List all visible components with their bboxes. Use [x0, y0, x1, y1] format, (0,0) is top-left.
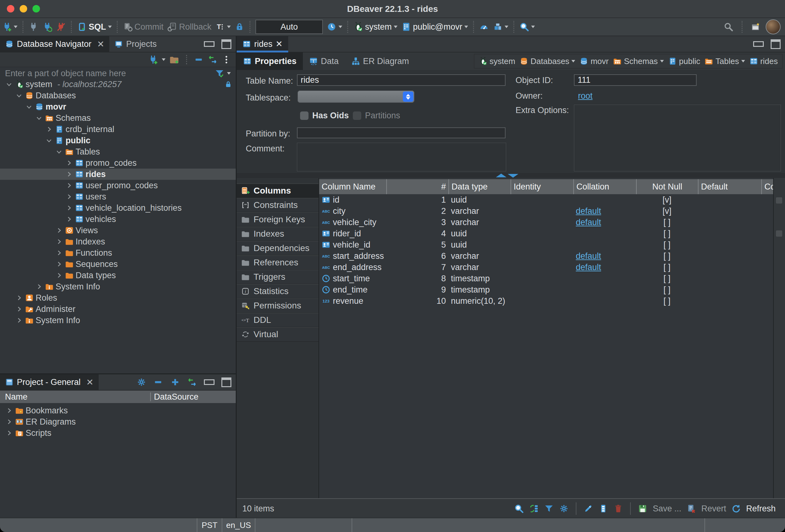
- project-item-er-diagrams[interactable]: ER Diagrams: [0, 416, 236, 427]
- status-timezone[interactable]: PST: [197, 518, 222, 532]
- column-row-rider_id[interactable]: rider_id4uuid[ ]: [319, 228, 774, 239]
- new-folder-icon[interactable]: [169, 55, 179, 65]
- chevron-right-icon[interactable]: [5, 429, 13, 437]
- dashboard-button[interactable]: [477, 22, 491, 32]
- breadcrumb-databases[interactable]: Databases: [520, 56, 575, 66]
- tab-projects[interactable]: Projects: [109, 36, 162, 52]
- chevron-right-icon[interactable]: [55, 249, 63, 257]
- quick-search-icon[interactable]: [724, 22, 733, 32]
- tree-item-databases[interactable]: Databases: [0, 90, 236, 101]
- expand-all-icon[interactable]: [170, 377, 180, 387]
- column-row-id[interactable]: id1uuid[v]: [319, 194, 774, 205]
- breadcrumb-tables[interactable]: Tables: [704, 56, 745, 66]
- column-row-revenue[interactable]: 123revenue10numeric(10, 2)[ ]: [319, 295, 774, 307]
- editor-tab-rides[interactable]: rides ✕: [237, 36, 288, 52]
- collation-link[interactable]: default: [576, 251, 601, 261]
- grid-search-icon[interactable]: [514, 504, 524, 513]
- tree-item-roles[interactable]: Roles: [0, 292, 236, 303]
- edit-icon[interactable]: [583, 504, 593, 513]
- chevron-right-icon[interactable]: [15, 316, 23, 324]
- chevron-right-icon[interactable]: [55, 271, 63, 279]
- chevron-right-icon[interactable]: [65, 159, 73, 167]
- maximize-panel-icon[interactable]: [221, 39, 231, 49]
- collapse-all-icon[interactable]: [153, 377, 163, 387]
- reconnect-button[interactable]: [40, 22, 54, 32]
- transaction-lock-button[interactable]: [233, 22, 246, 32]
- new-connection-button[interactable]: [0, 22, 19, 32]
- column-row-end_time[interactable]: end_time9timestamp[ ]: [319, 284, 774, 295]
- comment-field[interactable]: [297, 143, 506, 171]
- tree-item-sequences[interactable]: Sequences: [0, 258, 236, 270]
- column-row-vehicle_city[interactable]: ABCvehicle_city3varchardefault[ ]: [319, 217, 774, 228]
- connect-button[interactable]: [27, 22, 40, 32]
- save-button[interactable]: Save ...: [653, 504, 681, 513]
- column-row-city[interactable]: ABCcity2varchardefault[v]: [319, 205, 774, 217]
- grid-header-column-name[interactable]: Column Name: [319, 179, 386, 194]
- tree-item-vehicles[interactable]: vehicles: [0, 213, 236, 225]
- chevron-down-icon[interactable]: [55, 148, 63, 156]
- chevron-right-icon[interactable]: [15, 305, 23, 313]
- tree-item-schemas[interactable]: Schemas: [0, 112, 236, 124]
- grid-filter-icon[interactable]: [544, 504, 554, 513]
- chevron-down-icon[interactable]: [660, 60, 664, 62]
- chevron-right-icon[interactable]: [65, 215, 73, 223]
- side-tab-ddl[interactable]: <>TDDL: [237, 313, 319, 327]
- side-tab-foreign-keys[interactable]: Foreign Keys: [237, 212, 319, 227]
- chevron-right-icon[interactable]: [55, 237, 63, 246]
- tree-item-user-promo-codes[interactable]: user_promo_codes: [0, 180, 236, 191]
- tree-item-data-types[interactable]: Data types: [0, 270, 236, 281]
- collapse-all-icon[interactable]: [194, 55, 204, 65]
- chevron-down-icon[interactable]: [572, 60, 575, 62]
- project-item-scripts[interactable]: Scripts: [0, 427, 236, 439]
- collapse-down-icon[interactable]: [508, 174, 518, 178]
- grid-sync-icon[interactable]: [529, 504, 539, 513]
- subtab-data[interactable]: </>Data: [303, 52, 345, 70]
- tree-item-vehicle-location-histories[interactable]: vehicle_location_histories: [0, 202, 236, 213]
- collation-link[interactable]: default: [576, 206, 601, 216]
- commit-button[interactable]: Commit: [121, 22, 166, 32]
- chevron-down-icon[interactable]: [45, 136, 53, 145]
- tree-item-tables[interactable]: Tables: [0, 146, 236, 157]
- minimize-panel-icon[interactable]: [204, 379, 214, 385]
- chevron-down-icon[interactable]: [5, 80, 13, 88]
- side-tab-references[interactable]: References: [237, 255, 319, 270]
- add-column-icon[interactable]: [598, 504, 608, 513]
- column-row-end_address[interactable]: ABCend_address7varchardefault[ ]: [319, 262, 774, 273]
- tree-item-views[interactable]: Views: [0, 225, 236, 236]
- tree-item-promo-codes[interactable]: promo_codes: [0, 157, 236, 169]
- chevron-right-icon[interactable]: [55, 260, 63, 268]
- column-row-start_address[interactable]: ABCstart_address6varchardefault[ ]: [319, 250, 774, 262]
- object-search-button[interactable]: [517, 22, 537, 32]
- minimize-panel-icon[interactable]: [753, 41, 764, 47]
- breadcrumb-schemas[interactable]: Schemas: [613, 56, 663, 66]
- tree-item-crdb-internal[interactable]: crdb_internal: [0, 124, 236, 135]
- grid-settings-icon[interactable]: [559, 504, 569, 513]
- close-icon[interactable]: ✕: [86, 377, 93, 387]
- filter-funnel-icon[interactable]: [214, 68, 225, 78]
- table-name-field[interactable]: rides: [297, 74, 506, 86]
- chevron-right-icon[interactable]: [5, 418, 13, 426]
- breadcrumb-system[interactable]: system: [479, 56, 515, 66]
- chevron-down-icon[interactable]: [25, 103, 33, 111]
- side-tab-permissions[interactable]: Permissions: [237, 299, 319, 313]
- active-connection-combo[interactable]: system: [351, 22, 399, 32]
- collation-link[interactable]: default: [576, 218, 601, 227]
- side-tab-virtual[interactable]: Virtual: [237, 327, 319, 341]
- breadcrumb-rides[interactable]: rides: [750, 56, 778, 66]
- filter-input[interactable]: Enter a part of object name here: [5, 69, 212, 78]
- chevron-right-icon[interactable]: [55, 226, 63, 234]
- revert-button[interactable]: Revert: [701, 504, 726, 513]
- tree-item-system[interactable]: system - localhost:26257: [0, 79, 236, 90]
- transaction-history-button[interactable]: [325, 22, 344, 32]
- chevron-right-icon[interactable]: [65, 193, 73, 201]
- grid-header-default[interactable]: Default: [698, 179, 761, 194]
- disconnect-button[interactable]: [54, 22, 68, 32]
- active-schema-combo[interactable]: public@movr: [399, 22, 470, 32]
- breadcrumb-public[interactable]: public: [668, 56, 700, 66]
- tab-project-general[interactable]: Project - General ✕: [0, 374, 99, 390]
- view-menu-icon[interactable]: [221, 55, 231, 65]
- panel-toggle-icon[interactable]: [776, 230, 782, 237]
- column-row-start_time[interactable]: start_time8timestamp[ ]: [319, 273, 774, 284]
- new-connection-icon[interactable]: [148, 55, 158, 65]
- column-row-vehicle_id[interactable]: vehicle_id5uuid[ ]: [319, 239, 774, 250]
